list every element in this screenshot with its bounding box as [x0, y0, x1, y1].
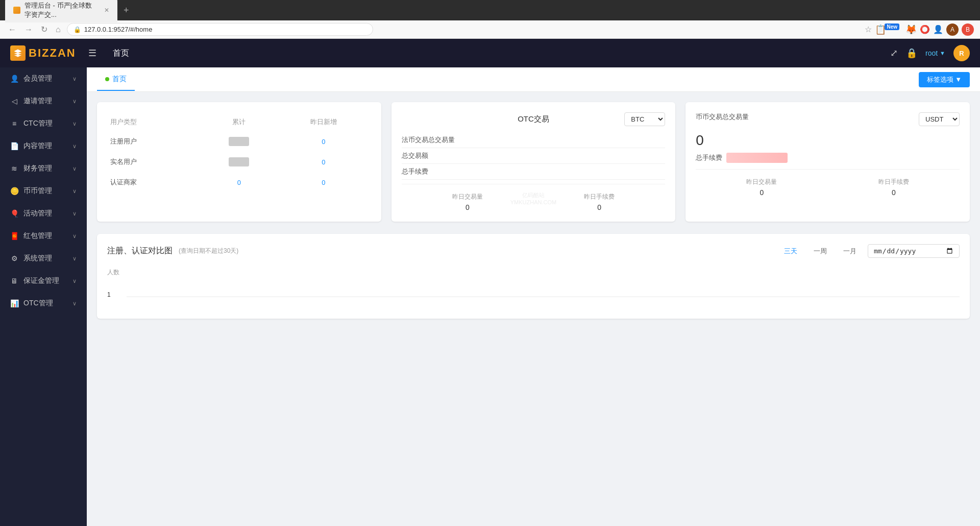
home-button[interactable]: ⌂: [54, 24, 63, 35]
otc-yesterday-volume: 昨日交易量 0: [452, 193, 483, 211]
blurred-fee-bar: [726, 153, 788, 163]
reload-button[interactable]: ↻: [39, 23, 50, 35]
sidebar-label-redpacket: 红包管理: [23, 231, 52, 241]
otc-total-row: 总交易额: [402, 148, 666, 164]
sidebar-item-redpacket[interactable]: 🧧 红包管理 ∨: [0, 225, 87, 247]
user-stats-card: 用户类型 累计 昨日新增 注册用户 0: [97, 102, 381, 222]
sidebar-label-ctc: CTC管理: [23, 119, 53, 128]
chevron-icon-8: ∨: [72, 233, 77, 240]
new-tab-button[interactable]: +: [124, 5, 129, 16]
url-text: 127.0.0.1:9527/#/home: [84, 26, 153, 33]
username-label: root: [925, 49, 938, 57]
currency-yesterday-fee: 昨日手续费 0: [878, 178, 909, 197]
sidebar-label-invite: 邀请管理: [23, 97, 52, 106]
user-type-2: 实名用户: [108, 152, 201, 172]
currency-select[interactable]: USDT BTC ETH: [919, 112, 960, 126]
extension-icon-2[interactable]: 🦊: [905, 24, 917, 35]
chevron-icon-5: ∨: [72, 165, 77, 172]
chart-subtitle: (查询日期不超过30天): [179, 247, 238, 255]
currency-yesterday-volume-value: 0: [746, 188, 777, 197]
col-yesterday-header: 昨日新增: [277, 113, 370, 131]
address-bar[interactable]: 🔒 127.0.0.1:9527/#/home: [67, 23, 373, 36]
currency-yesterday-fee-value: 0: [878, 188, 909, 197]
user-total-1: [202, 132, 276, 151]
header-title: 首页: [113, 48, 129, 59]
otc-volume-label: 法币交易总交易量: [402, 135, 455, 145]
otc-fee-row: 总手续费: [402, 164, 666, 180]
tag-select-button[interactable]: 标签选项 ▼: [919, 72, 970, 87]
browser-chrome: 管理后台 - 币严|全球数字资产交... ✕ +: [0, 0, 980, 20]
member-icon: 👤: [10, 75, 18, 83]
hamburger-menu[interactable]: ☰: [88, 47, 96, 59]
system-icon: ⚙: [10, 254, 18, 262]
sidebar: 👤 会员管理 ∨ ◁ 邀请管理 ∨ ≡ CTC管理 ∨: [0, 67, 87, 526]
otc-currency-select[interactable]: BTC ETH USDT: [624, 112, 665, 126]
otc-yesterday-volume-label: 昨日交易量: [452, 193, 483, 201]
otc-yesterday-fee-label: 昨日手续费: [584, 193, 615, 201]
date-range-input[interactable]: [868, 244, 960, 258]
expand-icon[interactable]: ⤢: [890, 47, 898, 59]
chart-svg: [127, 266, 960, 307]
chevron-icon-10: ∨: [72, 278, 77, 284]
home-tab[interactable]: 首页: [97, 68, 135, 91]
user-info[interactable]: root ▼: [925, 49, 945, 57]
tab-title: 管理后台 - 币严|全球数字资产交...: [24, 1, 97, 19]
new-badge: New: [885, 23, 899, 30]
chart-canvas-area: [127, 266, 960, 308]
tab-active-dot: [105, 77, 109, 81]
currency-yesterday-fee-label: 昨日手续费: [878, 178, 909, 186]
deposit-icon: 🖥: [10, 277, 18, 285]
blurred-total-1: [229, 137, 249, 146]
blurred-total-2: [229, 157, 249, 166]
finance-icon: ≋: [10, 164, 18, 173]
time-week-button[interactable]: 一周: [808, 245, 832, 258]
sidebar-item-invite[interactable]: ◁ 邀请管理 ∨: [0, 90, 87, 112]
extension-icon-3[interactable]: ⭕: [920, 25, 930, 34]
profile-icon-2[interactable]: B: [962, 23, 974, 36]
back-button[interactable]: ←: [6, 24, 18, 35]
invite-icon: ◁: [10, 97, 18, 105]
user-type-1: 注册用户: [108, 132, 201, 151]
chart-section: 注册、认证对比图 (查询日期不超过30天) 三天 一周 一月 人数 1: [97, 234, 970, 319]
redpacket-icon: 🧧: [10, 232, 18, 240]
sidebar-item-content[interactable]: 📄 内容管理 ∨: [0, 135, 87, 157]
star-icon[interactable]: ☆: [865, 25, 872, 34]
chevron-icon-9: ∨: [72, 255, 77, 262]
lock-header-icon[interactable]: 🔒: [906, 47, 917, 59]
currency-total-label: 币币交易总交易量: [696, 112, 749, 122]
user-yesterday-1: 0: [277, 132, 370, 151]
sidebar-item-member[interactable]: 👤 会员管理 ∨: [0, 67, 87, 90]
sidebar-label-currency: 币币管理: [23, 186, 52, 196]
extensions-area: 📋 New: [875, 24, 902, 35]
extension-icon-4[interactable]: 👤: [933, 25, 943, 34]
content-icon: 📄: [10, 142, 18, 150]
user-stats-table: 用户类型 累计 昨日新增 注册用户 0: [107, 112, 371, 193]
time-3days-button[interactable]: 三天: [779, 245, 802, 258]
active-tab[interactable]: 管理后台 - 币严|全球数字资产交... ✕: [5, 0, 117, 22]
user-dropdown-arrow: ▼: [940, 50, 945, 56]
sidebar-item-otc[interactable]: 📊 OTC管理 ∨: [0, 292, 87, 315]
forward-button[interactable]: →: [22, 24, 35, 35]
user-yesterday-3: 0: [277, 173, 370, 192]
currency-icon: 🪙: [10, 187, 18, 195]
sidebar-item-finance[interactable]: ≋ 财务管理 ∨: [0, 157, 87, 180]
sidebar-item-system[interactable]: ⚙ 系统管理 ∨: [0, 247, 87, 270]
app-header: BIZZAN ☰ 首页 ⤢ 🔒 root ▼ R: [0, 39, 980, 67]
otc-trading-card: OTC交易 BTC ETH USDT 法币交易总交易量: [391, 102, 676, 222]
sidebar-item-deposit[interactable]: 🖥 保证金管理 ∨: [0, 270, 87, 292]
sidebar-item-activity[interactable]: 🎈 活动管理 ∨: [0, 202, 87, 225]
user-avatar[interactable]: R: [953, 45, 970, 61]
currency-header: 币币交易总交易量 USDT BTC ETH: [696, 112, 960, 126]
time-month-button[interactable]: 一月: [838, 245, 862, 258]
sidebar-label-content: 内容管理: [23, 141, 52, 151]
sidebar-item-currency[interactable]: 🪙 币币管理 ∨: [0, 180, 87, 202]
profile-icon[interactable]: A: [946, 23, 959, 36]
otc-yesterday-volume-value: 0: [452, 203, 483, 211]
sidebar-label-otc: OTC管理: [23, 299, 53, 308]
tab-close-button[interactable]: ✕: [104, 7, 109, 14]
chevron-icon-11: ∨: [72, 300, 77, 307]
otc-total-label: 总交易额: [402, 151, 428, 160]
sidebar-item-ctc[interactable]: ≡ CTC管理 ∨: [0, 112, 87, 135]
chart-header: 注册、认证对比图 (查询日期不超过30天) 三天 一周 一月: [107, 244, 960, 258]
home-tab-label: 首页: [112, 75, 127, 84]
